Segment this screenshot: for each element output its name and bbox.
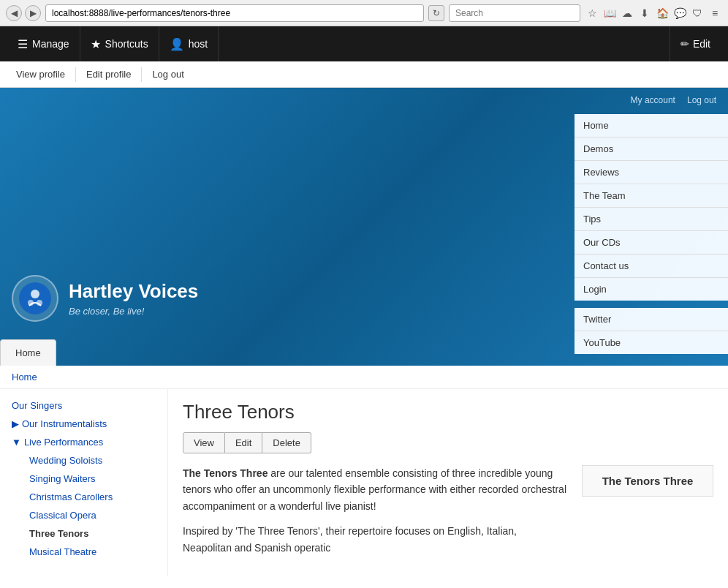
sidebar-item-live-performances[interactable]: ▼ Live Performances (0, 433, 167, 451)
manage-label: Manage (32, 38, 69, 50)
shortcuts-label: Shortcuts (105, 38, 148, 50)
edit-profile-link[interactable]: Edit profile (77, 61, 140, 88)
svg-point-1 (28, 300, 34, 306)
browser-chrome: ◀ ▶ ↻ ☆ 📖 ☁ ⬇ 🏠 💬 🛡 ≡ (0, 0, 728, 26)
sidebar-item-our-instrumentalists[interactable]: ▶ Our Instrumentalists (0, 415, 167, 433)
nav-item-login[interactable]: Login (575, 278, 728, 301)
site-header: My account Log out Home Demos Reviews Th… (0, 88, 728, 366)
brand-tagline: Be closer, Be live! (69, 306, 198, 317)
shortcuts-menu-item[interactable]: ★ Shortcuts (80, 26, 159, 61)
article-sidebar-box-title: The Tenors Three (591, 475, 704, 487)
star-icon: ★ (91, 37, 101, 51)
admin-toolbar-left: ☰ Manage ★ Shortcuts 👤 host (7, 26, 219, 61)
bookmark-icon[interactable]: ☆ (585, 6, 599, 20)
browser-nav-buttons: ◀ ▶ (6, 5, 41, 21)
view-profile-link[interactable]: View profile (7, 61, 74, 88)
header-top-bar: My account Log out (0, 88, 728, 113)
sidebar-item-three-tenors[interactable]: Three Tenors (18, 524, 167, 543)
feedback-icon[interactable]: 💬 (672, 6, 687, 20)
log-out-link[interactable]: Log out (143, 61, 192, 88)
page-title: Three Tenors (183, 401, 713, 423)
brand-area: Hartley Voices Be closer, Be live! (12, 275, 198, 322)
edit-label: Edit (693, 38, 710, 50)
host-label: host (189, 38, 208, 50)
manage-menu-item[interactable]: ☰ Manage (7, 26, 80, 61)
separator-1 (75, 67, 76, 82)
sidebar: Our Singers ▶ Our Instrumentalists ▼ Liv… (0, 389, 168, 576)
separator-2 (141, 67, 142, 82)
reading-list-icon[interactable]: 📖 (602, 6, 617, 20)
edit-icon: ✏ (680, 38, 689, 50)
user-icon: 👤 (170, 37, 184, 51)
sidebar-item-wedding-soloists[interactable]: Wedding Soloists (18, 451, 167, 470)
nav-item-twitter[interactable]: Twitter (575, 308, 728, 331)
brand-name: Hartley Voices (69, 280, 198, 303)
back-button[interactable]: ◀ (6, 5, 22, 21)
article-body: The Tenors Three are our talented ensemb… (183, 465, 713, 565)
svg-point-0 (31, 290, 39, 298)
article-sidebar-box: The Tenors Three (582, 465, 713, 497)
site-nav: Home Demos Reviews The Team Tips Our CDs… (575, 114, 728, 361)
my-account-link[interactable]: My account (631, 95, 675, 105)
pocket-icon[interactable]: ☁ (620, 6, 634, 20)
shield-icon[interactable]: 🛡 (690, 6, 705, 20)
brand-text: Hartley Voices Be closer, Be live! (69, 280, 198, 317)
chevron-down-icon: ▼ (12, 437, 21, 448)
sidebar-item-classical-opera[interactable]: Classical Opera (18, 506, 167, 524)
site-nav-social: Twitter YouTube (575, 308, 728, 354)
brand-logo (12, 275, 58, 322)
host-menu-item[interactable]: 👤 host (159, 26, 219, 61)
address-bar[interactable] (45, 4, 424, 22)
admin-toolbar-right: ✏ Edit (670, 26, 721, 61)
admin-toolbar: ☰ Manage ★ Shortcuts 👤 host ✏ Edit (0, 26, 728, 61)
browser-icons: ☆ 📖 ☁ ⬇ 🏠 💬 🛡 ≡ (585, 6, 722, 20)
nav-item-tips[interactable]: Tips (575, 208, 728, 231)
action-buttons: View Edit Delete (183, 432, 713, 453)
site-nav-section: Home Demos Reviews The Team Tips Our CDs… (575, 114, 728, 301)
home-icon[interactable]: 🏠 (655, 6, 670, 20)
article-paragraph-1: The Tenors Three are our talented ensemb… (183, 465, 567, 514)
svg-point-2 (37, 300, 42, 306)
sidebar-item-our-singers[interactable]: Our Singers (0, 396, 167, 415)
forward-button[interactable]: ▶ (25, 5, 41, 21)
nav-item-demos[interactable]: Demos (575, 137, 728, 161)
download-icon[interactable]: ⬇ (637, 6, 652, 20)
nav-item-youtube[interactable]: YouTube (575, 331, 728, 354)
header-log-out-link[interactable]: Log out (687, 95, 716, 105)
article-bold-text: The Tenors Three (183, 467, 268, 479)
sidebar-item-musical-theatre[interactable]: Musical Theatre (18, 543, 167, 561)
delete-button[interactable]: Delete (262, 432, 311, 453)
search-input[interactable] (449, 4, 580, 22)
menu-icon[interactable]: ≡ (708, 6, 722, 20)
sidebar-sub-items: Wedding Soloists Singing Waiters Christm… (0, 451, 167, 561)
main-content: Three Tenors View Edit Delete The Tenors… (168, 389, 728, 576)
home-tab[interactable]: Home (0, 339, 56, 366)
edit-button-page[interactable]: Edit (225, 432, 262, 453)
content-area: Our Singers ▶ Our Instrumentalists ▼ Liv… (0, 389, 728, 576)
sidebar-item-christmas-carollers[interactable]: Christmas Carollers (18, 488, 167, 506)
nav-item-contact-us[interactable]: Contact us (575, 255, 728, 278)
article-text: The Tenors Three are our talented ensemb… (183, 465, 567, 565)
article-paragraph-2: Inspired by 'The Three Tenors', their re… (183, 523, 567, 556)
breadcrumb: Home (0, 366, 728, 389)
edit-button[interactable]: ✏ Edit (670, 26, 721, 61)
site-wrapper: My account Log out Home Demos Reviews Th… (0, 88, 728, 576)
chevron-right-icon: ▶ (12, 418, 19, 429)
nav-item-our-cds[interactable]: Our CDs (575, 231, 728, 255)
manage-icon: ☰ (18, 37, 28, 51)
sub-menu: View profile Edit profile Log out (0, 61, 728, 88)
nav-item-reviews[interactable]: Reviews (575, 161, 728, 184)
sidebar-item-singing-waiters[interactable]: Singing Waiters (18, 470, 167, 488)
breadcrumb-home-link[interactable]: Home (12, 372, 37, 382)
nav-item-home[interactable]: Home (575, 114, 728, 137)
brand-logo-icon (19, 282, 51, 314)
refresh-button[interactable]: ↻ (428, 5, 444, 21)
home-tab-area: Home (0, 339, 56, 366)
view-button[interactable]: View (183, 432, 225, 453)
nav-item-the-team[interactable]: The Team (575, 184, 728, 208)
